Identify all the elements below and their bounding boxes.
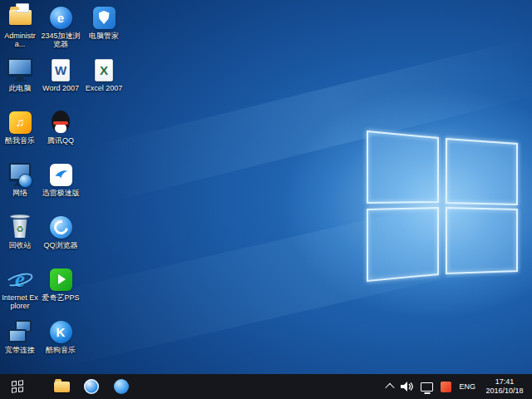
desktop-icon-iqiyi-pps[interactable]: 爱奇艺PPS xyxy=(40,264,81,317)
qq-browser-icon xyxy=(47,214,75,240)
taskbar-clock[interactable]: 17:41 2016/10/18 xyxy=(483,377,526,396)
icon-label: 此电脑 xyxy=(9,84,32,92)
clock-time: 17:41 xyxy=(495,377,515,386)
word-2007-icon: W xyxy=(47,57,75,83)
wallpaper-glow xyxy=(362,123,525,288)
desktop-icon-pc-manager[interactable]: 电脑管家 xyxy=(81,2,126,55)
clock-date: 2016/10/18 xyxy=(485,387,523,395)
network-icon xyxy=(6,161,34,188)
file-explorer-icon xyxy=(54,382,70,392)
internet-explorer-icon: e xyxy=(6,266,34,293)
broadband-connection-icon xyxy=(6,318,34,345)
desktop-icon-column-3: 电脑管家 X Excel 2007 xyxy=(81,2,126,107)
desktop-icon-tencent-qq[interactable]: 腾讯QQ xyxy=(40,107,81,160)
2345-browser-icon: e xyxy=(47,4,75,31)
icon-label: Internet Explorer xyxy=(0,293,40,310)
desktop-icon-this-pc[interactable]: 此电脑 xyxy=(0,55,40,107)
desktop-icon-xunlei[interactable]: 迅雷极速版 xyxy=(40,160,81,212)
icon-label: 宽带连接 xyxy=(5,346,35,354)
icon-label: 爱奇艺PPS xyxy=(42,293,79,302)
recycle-bin-icon xyxy=(6,214,34,240)
desktop-icon-qq-browser[interactable]: QQ浏览器 xyxy=(40,212,81,264)
taskbar: ENG 17:41 2016/10/18 xyxy=(0,374,532,399)
desktop-icon-administrator[interactable]: Administra... xyxy=(0,2,40,55)
2345-browser-icon xyxy=(84,379,99,394)
volume-icon[interactable] xyxy=(401,382,413,392)
hidden-icons-chevron-icon[interactable] xyxy=(386,383,395,392)
icon-label: 2345加速浏览器 xyxy=(40,32,81,48)
desktop-icon-kugou-music[interactable]: K 酷狗音乐 xyxy=(40,317,81,369)
desktop-icon-column-2: e 2345加速浏览器 W Word 2007 腾讯QQ 迅雷极速版 xyxy=(40,2,81,369)
taskbar-2345-browser-button[interactable] xyxy=(76,374,106,399)
light-beam xyxy=(31,187,525,370)
excel-2007-icon: X xyxy=(90,57,118,83)
this-pc-icon xyxy=(6,57,34,83)
icon-label: 电脑管家 xyxy=(89,32,119,40)
start-button[interactable] xyxy=(0,374,35,399)
icon-label: 回收站 xyxy=(9,241,32,249)
desktop-icon-kuwo-music[interactable]: ♫ 酷我音乐 xyxy=(0,107,40,160)
kuwo-music-icon: ♫ xyxy=(6,109,34,135)
kugou-music-icon: K xyxy=(47,318,75,345)
icon-label: 腾讯QQ xyxy=(47,136,74,145)
security-app-tray-icon[interactable] xyxy=(441,382,451,392)
icon-label: 酷狗音乐 xyxy=(46,346,76,354)
network-icon[interactable] xyxy=(421,382,433,392)
icon-label: Word 2007 xyxy=(42,84,79,92)
windows-logo-icon xyxy=(12,380,23,392)
desktop-icon-network[interactable]: 网络 xyxy=(0,160,40,212)
iqiyi-pps-icon xyxy=(47,266,75,293)
icon-label: QQ浏览器 xyxy=(43,241,77,249)
icon-label: 网络 xyxy=(12,189,27,197)
desktop-icon-word-2007[interactable]: W Word 2007 xyxy=(40,55,81,107)
taskbar-qq-browser-button[interactable] xyxy=(106,374,136,399)
desktop-icon-broadband-connection[interactable]: 宽带连接 xyxy=(0,317,40,369)
icon-label: Excel 2007 xyxy=(86,84,123,92)
light-beam xyxy=(91,38,532,204)
language-indicator[interactable]: ENG xyxy=(459,382,475,391)
icon-label: 酷我音乐 xyxy=(5,136,35,145)
taskbar-file-explorer-button[interactable] xyxy=(47,374,76,399)
windows-desktop-screen: Administra... 此电脑 ♫ 酷我音乐 网络 回收站 e Intern… xyxy=(0,0,532,399)
pc-manager-icon xyxy=(90,4,118,31)
xunlei-icon xyxy=(47,161,75,188)
icon-label: 迅雷极速版 xyxy=(42,189,80,197)
desktop-wallpaper: Administra... 此电脑 ♫ 酷我音乐 网络 回收站 e Intern… xyxy=(0,0,532,374)
desktop-icon-excel-2007[interactable]: X Excel 2007 xyxy=(81,55,126,107)
desktop-icon-2345-browser[interactable]: e 2345加速浏览器 xyxy=(40,2,81,55)
user-folder-icon xyxy=(6,4,34,31)
desktop-icon-column-1: Administra... 此电脑 ♫ 酷我音乐 网络 回收站 e Intern… xyxy=(0,2,40,369)
icon-label: Administra... xyxy=(0,32,40,48)
desktop-icon-internet-explorer[interactable]: e Internet Explorer xyxy=(0,264,40,317)
system-tray: ENG 17:41 2016/10/18 xyxy=(387,374,532,399)
desktop-icon-recycle-bin[interactable]: 回收站 xyxy=(0,212,40,264)
qq-browser-icon xyxy=(114,379,129,394)
tencent-qq-icon xyxy=(47,109,75,135)
